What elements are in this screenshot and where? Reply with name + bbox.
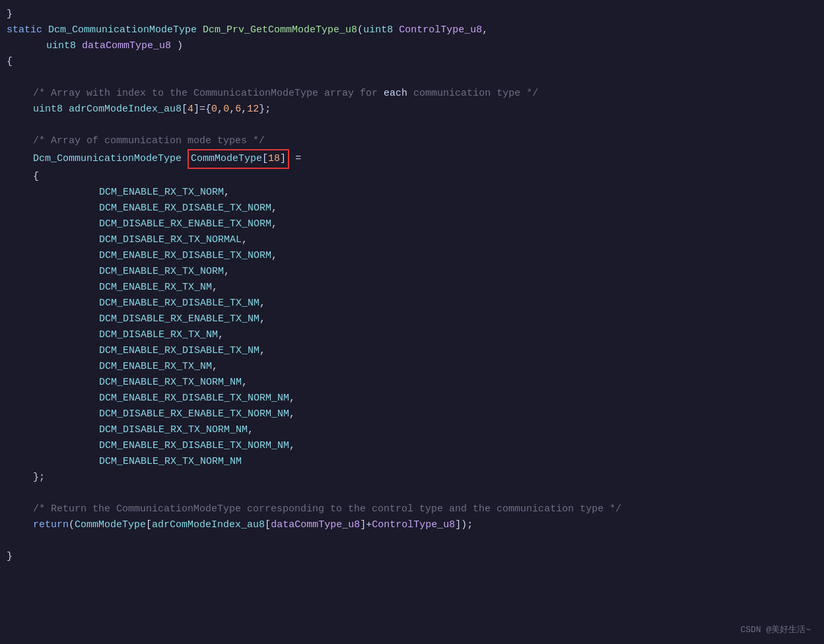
code-token: )	[177, 38, 183, 54]
code-token: DCM_DISABLE_RX_TX_NORMAL	[99, 232, 242, 248]
code-line: /* Array of communication mode types */	[0, 133, 824, 149]
code-line: return(CommModeType[adrComModeIndex_au8[…	[0, 517, 824, 533]
code-token: 4	[188, 102, 193, 117]
code-token: DCM_DISABLE_RX_ENABLE_TX_NORM	[99, 216, 271, 232]
code-line: DCM_ENABLE_RX_DISABLE_TX_NORM_NM,	[0, 391, 824, 406]
code-line: /* Array with index to the Communication…	[0, 86, 824, 102]
code-line: DCM_ENABLE_RX_TX_NM,	[0, 280, 824, 296]
code-line: DCM_DISABLE_RX_ENABLE_TX_NM,	[0, 311, 824, 327]
code-token: uint8	[363, 22, 399, 38]
code-token: adrComModeIndex_au8	[69, 102, 182, 117]
code-line: DCM_ENABLE_RX_DISABLE_TX_NM,	[0, 296, 824, 311]
code-line: DCM_ENABLE_RX_DISABLE_TX_NORM,	[0, 248, 824, 264]
code-token: ,	[224, 185, 230, 201]
code-token: DCM_DISABLE_RX_TX_NORM_NM	[99, 422, 248, 438]
code-token: =	[289, 151, 301, 167]
code-token: [	[265, 517, 271, 533]
code-line: DCM_ENABLE_RX_TX_NORM,	[0, 264, 824, 280]
code-token: ]);	[455, 517, 473, 533]
code-token: ,	[212, 359, 218, 375]
code-line: DCM_DISABLE_RX_TX_NORM_NM,	[0, 422, 824, 438]
code-token: };	[259, 102, 271, 117]
code-token: dataCommType_u8	[271, 517, 360, 533]
code-line: Dcm_CommunicationModeType CommModeType[1…	[0, 149, 824, 169]
code-token: 0	[211, 102, 217, 117]
code-token: ,	[259, 343, 265, 359]
code-token: ,	[242, 375, 248, 391]
code-token: DCM_DISABLE_RX_ENABLE_TX_NM	[99, 311, 259, 327]
code-token: ,	[482, 22, 488, 38]
code-token: DCM_ENABLE_RX_TX_NM	[99, 359, 212, 375]
code-token: };	[33, 470, 45, 486]
code-token: Dcm_CommunicationModeType	[33, 151, 188, 167]
code-line: DCM_ENABLE_RX_TX_NORM_NM,	[0, 375, 824, 391]
code-line: DCM_DISABLE_RX_TX_NORMAL,	[0, 232, 824, 248]
code-token: CommModeType	[191, 153, 262, 164]
code-line: DCM_DISABLE_RX_ENABLE_TX_NORM_NM,	[0, 406, 824, 422]
code-token: dataCommType_u8	[82, 38, 177, 54]
code-token: /* Array of communication mode types */	[33, 133, 265, 149]
code-token: (	[69, 517, 75, 533]
code-line: DCM_ENABLE_RX_DISABLE_TX_NORM,	[0, 201, 824, 216]
code-token: ControlType_u8	[372, 517, 455, 533]
code-token: [	[146, 517, 152, 533]
code-token: ,	[271, 248, 277, 264]
code-token: 0	[223, 102, 229, 117]
code-token: DCM_ENABLE_RX_DISABLE_TX_NORM_NM	[99, 391, 289, 406]
code-line	[0, 581, 824, 596]
code-token: DCM_ENABLE_RX_DISABLE_TX_NORM	[99, 201, 271, 216]
code-token: DCM_ENABLE_RX_TX_NORM_NM	[99, 375, 242, 391]
code-editor: } static Dcm_CommunicationModeType Dcm_P…	[0, 0, 824, 644]
code-line: DCM_ENABLE_RX_DISABLE_TX_NORM_NM,	[0, 438, 824, 454]
code-token: DCM_ENABLE_RX_TX_NM	[99, 280, 212, 296]
code-line	[0, 565, 824, 581]
code-token: DCM_ENABLE_RX_TX_NORM_NM	[99, 454, 242, 470]
code-line: uint8 adrComModeIndex_au8[4]={0,0,6,12};	[0, 102, 824, 117]
code-line: }	[0, 7, 824, 22]
code-token: DCM_ENABLE_RX_DISABLE_TX_NORM	[99, 248, 271, 264]
code-token: ,	[224, 264, 230, 280]
code-token: {	[7, 54, 13, 70]
code-line: uint8 dataCommType_u8 )	[0, 38, 824, 54]
code-token: ,	[217, 102, 223, 117]
code-token: {	[33, 169, 39, 185]
code-token: DCM_ENABLE_RX_TX_NORM	[99, 185, 224, 201]
code-token: communication type */	[407, 86, 538, 102]
code-line: /* Return the CommunicationModeType corr…	[0, 501, 824, 517]
watermark: CSDN @美好生活~	[740, 624, 811, 637]
code-token: each	[384, 86, 407, 102]
code-token: ,	[248, 422, 254, 438]
code-line	[0, 486, 824, 501]
code-token: CommModeType	[75, 517, 146, 533]
code-token: DCM_ENABLE_RX_DISABLE_TX_NORM_NM	[99, 438, 289, 454]
code-token: DCM_ENABLE_RX_DISABLE_TX_NM	[99, 343, 259, 359]
code-token: /* Array with index to the Communication…	[33, 86, 384, 102]
highlight-box: CommModeType[18]	[188, 149, 289, 169]
code-token: Dcm_CommunicationModeType	[48, 22, 203, 38]
code-token: ]={	[193, 102, 211, 117]
code-line: DCM_ENABLE_RX_TX_NORM_NM	[0, 454, 824, 470]
code-line: DCM_ENABLE_RX_TX_NM,	[0, 359, 824, 375]
code-line: DCM_ENABLE_RX_DISABLE_TX_NM,	[0, 343, 824, 359]
code-token: [	[262, 153, 268, 164]
code-token: DCM_DISABLE_RX_TX_NM	[99, 327, 218, 343]
code-token: ,	[242, 232, 248, 248]
code-line	[0, 70, 824, 86]
code-token: ]	[280, 153, 286, 164]
code-line	[0, 533, 824, 549]
code-token: ,	[289, 438, 295, 454]
code-token: }	[7, 549, 13, 565]
code-line: static Dcm_CommunicationModeType Dcm_Prv…	[0, 22, 824, 38]
code-token: (	[357, 22, 363, 38]
code-token: ,	[241, 102, 247, 117]
code-line: DCM_ENABLE_RX_TX_NORM,	[0, 185, 824, 201]
code-token: ]+	[360, 517, 372, 533]
code-token: [	[182, 102, 188, 117]
code-token: 18	[268, 153, 280, 164]
code-token: ,	[218, 327, 224, 343]
code-token: DCM_ENABLE_RX_TX_NORM	[99, 264, 224, 280]
code-token: ,	[271, 216, 277, 232]
code-token: ,	[289, 406, 295, 422]
code-token: ,	[289, 391, 295, 406]
code-token: ,	[212, 280, 218, 296]
